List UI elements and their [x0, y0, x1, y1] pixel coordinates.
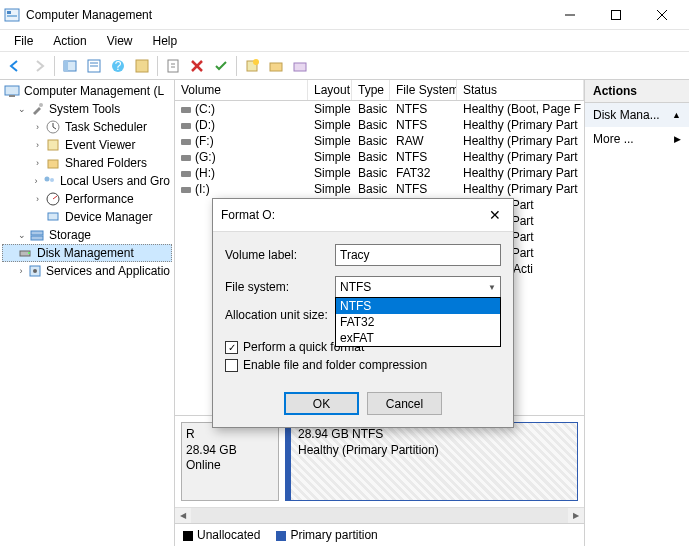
col-status[interactable]: Status	[457, 80, 584, 100]
tree-root[interactable]: Computer Management (L	[2, 82, 172, 100]
toolbar-icon-new[interactable]	[241, 55, 263, 77]
expand-icon[interactable]: ›	[32, 194, 43, 205]
col-volume[interactable]: Volume	[175, 80, 308, 100]
menu-action[interactable]: Action	[43, 32, 96, 50]
menu-help[interactable]: Help	[143, 32, 188, 50]
collapse-icon: ▲	[672, 110, 681, 120]
expand-icon[interactable]: ›	[32, 158, 43, 169]
cancel-button[interactable]: Cancel	[367, 392, 442, 415]
toolbar: ?	[0, 52, 689, 80]
svg-rect-33	[31, 236, 43, 240]
dropdown-option-exfat[interactable]: exFAT	[336, 330, 500, 346]
help-button[interactable]: ?	[107, 55, 129, 77]
tree-device-manager[interactable]: ›Device Manager	[2, 208, 172, 226]
actions-disk-management[interactable]: Disk Mana... ▲	[585, 103, 689, 127]
legend-primary: Primary partition	[276, 528, 377, 542]
close-button[interactable]	[639, 0, 685, 30]
clock-icon	[45, 119, 61, 135]
compression-checkbox[interactable]	[225, 359, 238, 372]
svg-rect-8	[64, 61, 68, 71]
minimize-button[interactable]	[547, 0, 593, 30]
quick-format-checkbox[interactable]: ✓	[225, 341, 238, 354]
toolbar-icon-last[interactable]	[289, 55, 311, 77]
table-row[interactable]: (G:)SimpleBasicNTFSHealthy (Primary Part	[175, 149, 584, 165]
compression-checkbox-row[interactable]: Enable file and folder compression	[225, 358, 501, 372]
svg-rect-14	[136, 60, 148, 72]
app-icon	[4, 7, 20, 23]
svg-point-24	[39, 103, 43, 107]
folder-icon	[45, 155, 61, 171]
users-icon	[42, 173, 56, 189]
table-row[interactable]: (I:)SimpleBasicNTFSHealthy (Primary Part	[175, 181, 584, 197]
window-controls	[547, 0, 685, 30]
back-button[interactable]	[4, 55, 26, 77]
scroll-right-icon[interactable]: ▶	[568, 508, 584, 524]
scroll-left-icon[interactable]: ◀	[175, 508, 191, 524]
tree-local-users[interactable]: ›Local Users and Gro	[2, 172, 172, 190]
delete-button[interactable]	[186, 55, 208, 77]
dropdown-option-ntfs[interactable]: NTFS	[336, 298, 500, 314]
file-system-dropdown: NTFS FAT32 exFAT	[335, 297, 501, 347]
chevron-down-icon: ▼	[488, 283, 496, 292]
table-row[interactable]: (C:)SimpleBasicNTFSHealthy (Boot, Page F	[175, 101, 584, 117]
col-layout[interactable]: Layout	[308, 80, 352, 100]
toolbar-icon-check[interactable]	[210, 55, 232, 77]
svg-point-37	[33, 269, 37, 273]
table-row[interactable]: (F:)SimpleBasicRAWHealthy (Primary Part	[175, 133, 584, 149]
table-header: Volume Layout Type File System Status	[175, 80, 584, 101]
svg-rect-1	[7, 11, 11, 14]
maximize-button[interactable]	[593, 0, 639, 30]
actions-more[interactable]: More ... ▶	[585, 127, 689, 151]
dialog-close-button[interactable]: ✕	[485, 205, 505, 225]
show-hide-tree-button[interactable]	[59, 55, 81, 77]
disk-icon	[17, 245, 33, 261]
expand-icon[interactable]: ›	[32, 176, 40, 187]
horizontal-scrollbar[interactable]: ◀ ▶	[175, 507, 584, 523]
expand-icon[interactable]: ›	[16, 266, 26, 277]
svg-rect-26	[48, 140, 58, 150]
collapse-icon[interactable]: ⌄	[16, 104, 27, 115]
ok-button[interactable]: OK	[284, 392, 359, 415]
menu-file[interactable]: File	[4, 32, 43, 50]
dropdown-option-fat32[interactable]: FAT32	[336, 314, 500, 330]
col-type[interactable]: Type	[352, 80, 390, 100]
menu-view[interactable]: View	[97, 32, 143, 50]
file-system-combo[interactable]: NTFS ▼	[335, 276, 501, 298]
disk-partition[interactable]: 28.94 GB NTFS Healthy (Primary Partition…	[285, 422, 578, 501]
svg-rect-32	[31, 231, 43, 235]
tree-services[interactable]: ›Services and Applicatio	[2, 262, 172, 280]
refresh-button[interactable]	[162, 55, 184, 77]
table-row[interactable]: (D:)SimpleBasicNTFSHealthy (Primary Part	[175, 117, 584, 133]
services-icon	[28, 263, 42, 279]
expand-icon[interactable]: ›	[32, 122, 43, 133]
expand-icon[interactable]: ›	[32, 140, 43, 151]
tree-event-viewer[interactable]: ›Event Viewer	[2, 136, 172, 154]
tree-pane: Computer Management (L ⌄ System Tools ›T…	[0, 80, 175, 546]
volume-label-input[interactable]	[335, 244, 501, 266]
forward-button[interactable]	[28, 55, 50, 77]
disk-info[interactable]: R 28.94 GB Online	[181, 422, 279, 501]
actions-header: Actions	[585, 80, 689, 103]
toolbar-icon-1[interactable]	[131, 55, 153, 77]
svg-rect-2	[7, 15, 17, 17]
tree-performance[interactable]: ›Performance	[2, 190, 172, 208]
tree-task-scheduler[interactable]: ›Task Scheduler	[2, 118, 172, 136]
tools-icon	[29, 101, 45, 117]
perf-icon	[45, 191, 61, 207]
tree-system-tools[interactable]: ⌄ System Tools	[2, 100, 172, 118]
tree-storage[interactable]: ⌄ Storage	[2, 226, 172, 244]
svg-rect-27	[48, 160, 58, 168]
svg-text:?: ?	[115, 59, 122, 73]
device-icon	[45, 209, 61, 225]
svg-rect-23	[9, 95, 15, 97]
toolbar-icon-folder[interactable]	[265, 55, 287, 77]
properties-button[interactable]	[83, 55, 105, 77]
svg-rect-4	[612, 10, 621, 19]
svg-rect-31	[48, 213, 58, 220]
dialog-titlebar: Format O: ✕	[213, 199, 513, 232]
col-filesystem[interactable]: File System	[390, 80, 457, 100]
collapse-icon[interactable]: ⌄	[16, 230, 27, 241]
tree-shared-folders[interactable]: ›Shared Folders	[2, 154, 172, 172]
table-row[interactable]: (H:)SimpleBasicFAT32Healthy (Primary Par…	[175, 165, 584, 181]
tree-disk-management[interactable]: ›Disk Management	[2, 244, 172, 262]
